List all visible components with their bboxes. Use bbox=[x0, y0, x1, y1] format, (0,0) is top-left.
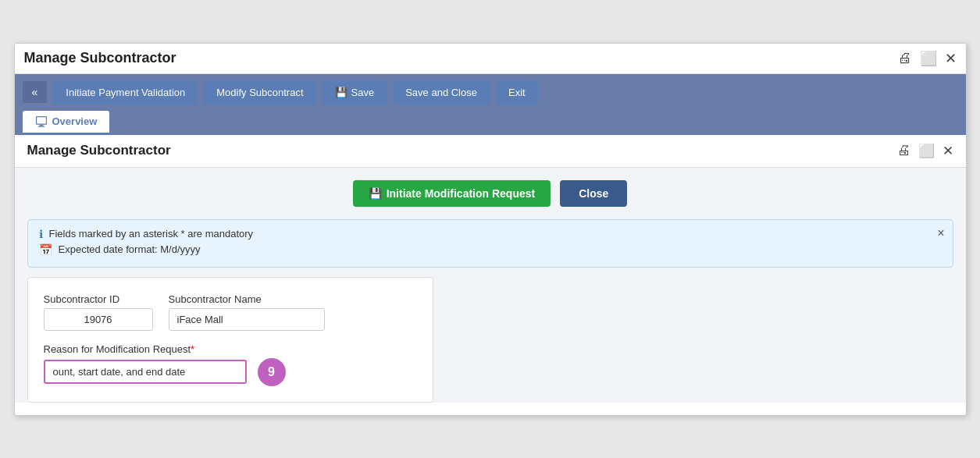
date-format-text: Expected date format: M/d/yyyy bbox=[59, 243, 201, 255]
overview-tab[interactable]: Overview bbox=[23, 111, 110, 135]
outer-title-controls: 🖨 ⬜ ✕ bbox=[898, 50, 957, 67]
monitor-icon bbox=[35, 115, 48, 128]
inner-title-controls: 🖨 ⬜ ✕ bbox=[897, 143, 953, 159]
calendar-icon: 📅 bbox=[39, 243, 52, 256]
inner-close-icon[interactable]: ✕ bbox=[943, 143, 953, 159]
info-box: ℹ Fields marked by an asterisk * are man… bbox=[27, 219, 953, 268]
floppy-icon: 💾 bbox=[335, 87, 347, 98]
overview-tab-label: Overview bbox=[52, 115, 98, 127]
initiate-payment-button[interactable]: Initiate Payment Validation bbox=[53, 80, 198, 105]
collapse-button[interactable]: « bbox=[23, 81, 48, 103]
outer-window: Manage Subcontractor 🖨 ⬜ ✕ « Initiate Pa… bbox=[14, 43, 967, 416]
subcontractor-name-input[interactable] bbox=[169, 308, 325, 331]
form-id-name-row: Subcontractor ID Subcontractor Name bbox=[44, 293, 417, 331]
modify-subcontract-button[interactable]: Modify Subcontract bbox=[204, 80, 315, 105]
save-button[interactable]: 💾 Save bbox=[323, 80, 387, 105]
maximize-icon[interactable]: ⬜ bbox=[920, 50, 937, 67]
mandatory-text: Fields marked by an asterisk * are manda… bbox=[49, 228, 254, 240]
initiate-modification-button[interactable]: 💾 Initiate Modification Request bbox=[353, 180, 551, 207]
date-format-line: 📅 Expected date format: M/d/yyyy bbox=[39, 243, 942, 256]
subcontractor-name-group: Subcontractor Name bbox=[169, 293, 325, 331]
reason-group: Reason for Modification Request* 9 bbox=[44, 343, 417, 386]
outer-window-title: Manage Subcontractor bbox=[24, 50, 176, 66]
reason-label: Reason for Modification Request* bbox=[44, 343, 417, 355]
form-card: Subcontractor ID Subcontractor Name Reas… bbox=[27, 277, 433, 403]
exit-button[interactable]: Exit bbox=[496, 80, 538, 105]
toolbar: « Initiate Payment Validation Modify Sub… bbox=[15, 74, 966, 111]
subcontractor-id-group: Subcontractor ID bbox=[44, 293, 153, 331]
action-bar: 💾 Initiate Modification Request Close bbox=[15, 168, 966, 219]
svg-rect-1 bbox=[39, 125, 43, 126]
info-box-close-button[interactable]: × bbox=[937, 226, 944, 240]
subcontractor-id-input[interactable] bbox=[44, 308, 153, 331]
reason-row: 9 bbox=[44, 358, 417, 386]
inner-panel-title: Manage Subcontractor bbox=[27, 143, 171, 158]
print-icon[interactable]: 🖨 bbox=[898, 50, 912, 66]
close-outer-icon[interactable]: ✕ bbox=[945, 50, 957, 67]
required-asterisk: * bbox=[191, 343, 194, 355]
inner-print-icon[interactable]: 🖨 bbox=[897, 143, 911, 158]
inner-title-bar: Manage Subcontractor 🖨 ⬜ ✕ bbox=[15, 135, 966, 168]
subcontractor-name-label: Subcontractor Name bbox=[169, 293, 325, 305]
subcontractor-id-label: Subcontractor ID bbox=[44, 293, 153, 305]
nav-tab-bar: Overview bbox=[15, 111, 966, 135]
close-inner-button[interactable]: Close bbox=[560, 180, 627, 207]
step-badge: 9 bbox=[258, 358, 286, 386]
mandatory-info-line: ℹ Fields marked by an asterisk * are man… bbox=[39, 228, 942, 240]
inner-maximize-icon[interactable]: ⬜ bbox=[918, 143, 935, 159]
svg-rect-2 bbox=[38, 126, 45, 126]
save-icon-green: 💾 bbox=[369, 187, 382, 200]
save-and-close-button[interactable]: Save and Close bbox=[393, 80, 490, 105]
reason-input[interactable] bbox=[44, 360, 247, 384]
svg-rect-0 bbox=[36, 116, 46, 124]
inner-panel: Manage Subcontractor 🖨 ⬜ ✕ 💾 Initiate Mo… bbox=[15, 135, 966, 403]
info-icon: ℹ bbox=[39, 228, 43, 240]
outer-title-bar: Manage Subcontractor 🖨 ⬜ ✕ bbox=[15, 44, 966, 74]
